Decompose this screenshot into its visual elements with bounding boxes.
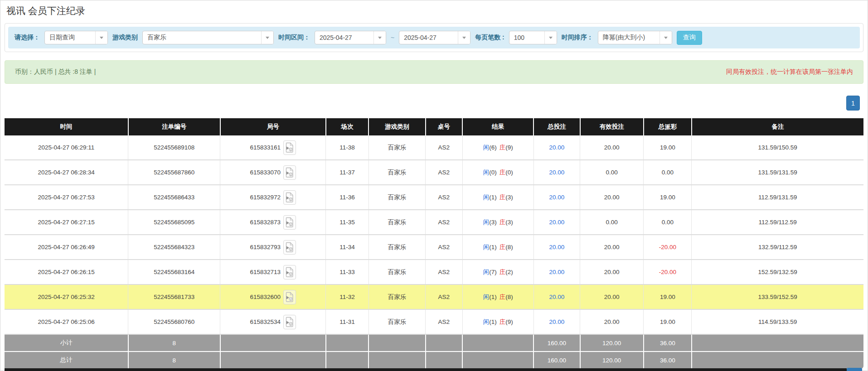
query-type-label: 请选择： bbox=[15, 34, 40, 42]
game-category-value: 百家乐 bbox=[143, 31, 261, 44]
player-result-value: (6) bbox=[489, 144, 497, 151]
cell-table-no: AS2 bbox=[426, 135, 462, 160]
round-number: 615832534 bbox=[250, 318, 281, 325]
col-time: 时间 bbox=[5, 118, 128, 135]
cell-round: 615833070 bbox=[220, 160, 326, 185]
cell-total-bet-link[interactable]: 20.00 bbox=[533, 260, 580, 284]
video-replay-button[interactable] bbox=[283, 265, 296, 279]
film-document-icon bbox=[285, 167, 294, 178]
table-row: 2025-04-27 06:27:15 522455685095 6158328… bbox=[5, 210, 863, 235]
cell-table-no: AS2 bbox=[426, 284, 462, 309]
payout-value: 19.00 bbox=[660, 194, 675, 201]
cell-round: 615832793 bbox=[220, 235, 326, 260]
query-type-dropdown[interactable]: 日期查询 bbox=[44, 31, 108, 44]
cell-table-no: AS2 bbox=[426, 260, 462, 284]
bottom-page-button-edge[interactable] bbox=[847, 368, 862, 371]
player-result-value: (1) bbox=[489, 244, 497, 251]
chevron-down-icon bbox=[544, 31, 557, 44]
film-document-icon bbox=[285, 267, 294, 277]
banker-result-value: (3) bbox=[505, 219, 513, 226]
banker-result-value: (8) bbox=[505, 244, 513, 251]
banker-result-label: 庄 bbox=[499, 169, 506, 176]
cell-total-bet-link[interactable]: 20.00 bbox=[533, 210, 580, 235]
banker-result-value: (9) bbox=[505, 318, 513, 325]
cell-remark: 131.59/131.59 bbox=[692, 160, 863, 185]
cell-table-no: AS2 bbox=[426, 235, 462, 260]
cell-remark: 112.59/112.59 bbox=[692, 210, 863, 235]
payout-value: 19.00 bbox=[660, 318, 675, 325]
currency-total-text: 币别：人民币 | 总共 :8 注单 | bbox=[15, 68, 96, 76]
video-replay-button[interactable] bbox=[283, 165, 296, 180]
cell-round: 615832534 bbox=[220, 309, 326, 334]
pagination-top: 1 bbox=[5, 96, 860, 111]
round-number: 615832972 bbox=[250, 193, 281, 200]
player-result-label: 闲 bbox=[483, 294, 490, 300]
col-valid-bet: 有效投注 bbox=[580, 118, 644, 135]
video-replay-button[interactable] bbox=[283, 315, 296, 329]
round-number: 615832600 bbox=[250, 293, 281, 300]
cell-total-bet-link[interactable]: 20.00 bbox=[533, 309, 580, 334]
sort-order-dropdown[interactable]: 降冪(由大到小) bbox=[598, 31, 672, 44]
date-from-value: 2025-04-27 bbox=[315, 31, 373, 44]
query-type-value: 日期查询 bbox=[45, 31, 95, 44]
total-row: 总计 8 160.00 120.00 36.00 bbox=[5, 352, 863, 369]
col-game: 游戏类别 bbox=[369, 118, 425, 135]
cell-valid-bet: 20.00 bbox=[580, 260, 644, 284]
cell-total-bet-link[interactable]: 20.00 bbox=[533, 235, 580, 260]
player-result-value: (0) bbox=[489, 169, 497, 176]
payout-value: 0.00 bbox=[662, 169, 674, 176]
subtotal-row: 小计 8 160.00 120.00 36.00 bbox=[5, 334, 863, 352]
total-total-bet: 160.00 bbox=[533, 352, 580, 369]
page-button-1[interactable]: 1 bbox=[846, 96, 860, 111]
per-page-dropdown[interactable]: 100 bbox=[509, 31, 557, 44]
chevron-down-icon bbox=[373, 31, 386, 44]
cell-game: 百家乐 bbox=[369, 260, 425, 284]
banker-result-label: 庄 bbox=[499, 294, 506, 300]
video-replay-button[interactable] bbox=[283, 215, 296, 230]
col-table-no: 桌号 bbox=[426, 118, 462, 135]
cell-table-no: AS2 bbox=[426, 309, 462, 334]
cell-game: 百家乐 bbox=[369, 210, 425, 235]
player-result-label: 闲 bbox=[483, 244, 490, 251]
player-result-label: 闲 bbox=[483, 269, 490, 275]
cell-time: 2025-04-27 06:26:15 bbox=[5, 260, 128, 284]
cell-bet-id: 522455689108 bbox=[128, 135, 220, 160]
cell-total-bet-link[interactable]: 20.00 bbox=[533, 160, 580, 185]
filter-bar: 请选择： 日期查询 游戏类别 百家乐 时间区间： 2025-04-27 ~ 20… bbox=[8, 27, 860, 48]
cell-result: 闲(7)庄(2) bbox=[462, 260, 533, 284]
cell-time: 2025-04-27 06:29:11 bbox=[5, 135, 128, 160]
table-body: 2025-04-27 06:29:11 522455689108 6158331… bbox=[5, 135, 863, 334]
cell-total-bet-link[interactable]: 20.00 bbox=[533, 284, 580, 309]
cell-round: 615832972 bbox=[220, 185, 326, 210]
chevron-down-icon bbox=[659, 31, 672, 44]
cell-time: 2025-04-27 06:28:34 bbox=[5, 160, 128, 185]
subtotal-total-bet: 160.00 bbox=[533, 334, 580, 352]
sort-order-label: 时间排序： bbox=[562, 34, 593, 42]
banker-result-label: 庄 bbox=[499, 194, 506, 201]
video-replay-button[interactable] bbox=[283, 190, 296, 205]
search-button[interactable]: 查询 bbox=[677, 31, 702, 45]
player-result-value: (1) bbox=[489, 194, 497, 201]
chevron-down-icon bbox=[261, 31, 273, 44]
cell-remark: 132.59/112.59 bbox=[692, 235, 863, 260]
col-round: 局号 bbox=[220, 118, 326, 135]
cell-session: 11-38 bbox=[326, 135, 369, 160]
table-row: 2025-04-27 06:25:06 522455680760 6158325… bbox=[5, 309, 863, 334]
cell-remark: 131.59/150.59 bbox=[692, 135, 863, 160]
cell-total-bet-link[interactable]: 20.00 bbox=[533, 135, 580, 160]
cell-game: 百家乐 bbox=[369, 160, 425, 185]
video-replay-button[interactable] bbox=[283, 290, 296, 304]
cell-payout: -20.00 bbox=[644, 260, 692, 284]
film-document-icon bbox=[285, 242, 294, 252]
video-replay-button[interactable] bbox=[283, 140, 296, 155]
video-replay-button[interactable] bbox=[283, 240, 296, 255]
cell-session: 11-31 bbox=[326, 309, 369, 334]
cell-result: 闲(0)庄(0) bbox=[462, 160, 533, 185]
date-from-input[interactable]: 2025-04-27 bbox=[315, 31, 386, 44]
cell-session: 11-37 bbox=[326, 160, 369, 185]
game-category-dropdown[interactable]: 百家乐 bbox=[142, 31, 274, 44]
payout-value: -20.00 bbox=[659, 244, 676, 251]
date-to-input[interactable]: 2025-04-27 bbox=[399, 31, 470, 44]
cell-bet-id: 522455686433 bbox=[128, 185, 220, 210]
cell-total-bet-link[interactable]: 20.00 bbox=[533, 185, 580, 210]
